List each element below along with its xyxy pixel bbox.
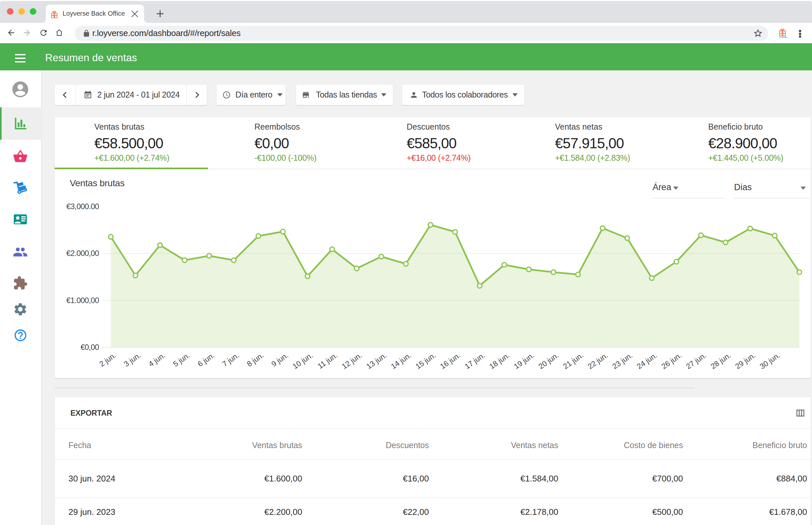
svg-text:3 jun.: 3 jun. — [122, 351, 142, 369]
svg-text:24 jun.: 24 jun. — [635, 351, 659, 371]
svg-text:13 jun.: 13 jun. — [365, 351, 388, 371]
svg-text:14 jun.: 14 jun. — [389, 351, 413, 371]
svg-text:6 jun.: 6 jun. — [196, 351, 216, 369]
svg-text:4 jun.: 4 jun. — [147, 351, 167, 369]
svg-text:16 jun.: 16 jun. — [439, 351, 462, 371]
svg-text:20 jun.: 20 jun. — [537, 351, 560, 371]
svg-text:21 jun.: 21 jun. — [562, 351, 585, 371]
svg-text:2 jun.: 2 jun. — [98, 351, 118, 369]
svg-text:5 jun.: 5 jun. — [172, 351, 192, 369]
svg-text:7 jun.: 7 jun. — [221, 351, 241, 369]
svg-text:11 jun.: 11 jun. — [316, 351, 339, 371]
svg-text:€3,000.00: €3,000.00 — [66, 202, 99, 211]
svg-text:17 jun.: 17 jun. — [463, 351, 486, 371]
svg-text:10 jun.: 10 jun. — [291, 351, 314, 371]
svg-text:23 jun.: 23 jun. — [611, 351, 634, 371]
svg-text:12 jun.: 12 jun. — [340, 351, 364, 371]
svg-text:€2.000,00: €2.000,00 — [66, 249, 99, 258]
svg-text:30 jun.: 30 jun. — [758, 351, 782, 371]
svg-text:€1.000,00: €1.000,00 — [66, 296, 99, 305]
svg-text:€0,00: €0,00 — [80, 343, 99, 351]
svg-text:9 jun.: 9 jun. — [270, 351, 290, 369]
svg-text:8 jun.: 8 jun. — [245, 351, 265, 369]
svg-text:27 jun.: 27 jun. — [684, 351, 708, 371]
svg-text:26 jun.: 26 jun. — [660, 351, 683, 371]
svg-text:28 jun.: 28 jun. — [709, 351, 732, 371]
svg-text:18 jun.: 18 jun. — [488, 351, 511, 371]
svg-text:29 jun.: 29 jun. — [734, 351, 757, 371]
svg-text:15 jun.: 15 jun. — [414, 351, 437, 371]
svg-text:22 jun.: 22 jun. — [586, 351, 609, 371]
svg-text:19 jun.: 19 jun. — [513, 351, 536, 371]
